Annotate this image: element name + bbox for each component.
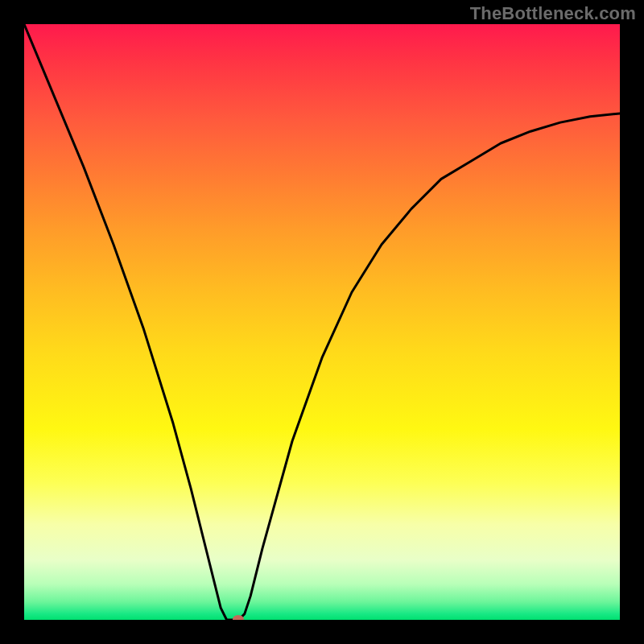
- bottleneck-curve: [24, 24, 620, 620]
- watermark-text: TheBottleneck.com: [470, 3, 636, 24]
- plot-area: [24, 24, 620, 620]
- chart-frame: TheBottleneck.com: [0, 0, 644, 644]
- optimum-marker: [233, 615, 244, 620]
- curve-path: [24, 24, 620, 620]
